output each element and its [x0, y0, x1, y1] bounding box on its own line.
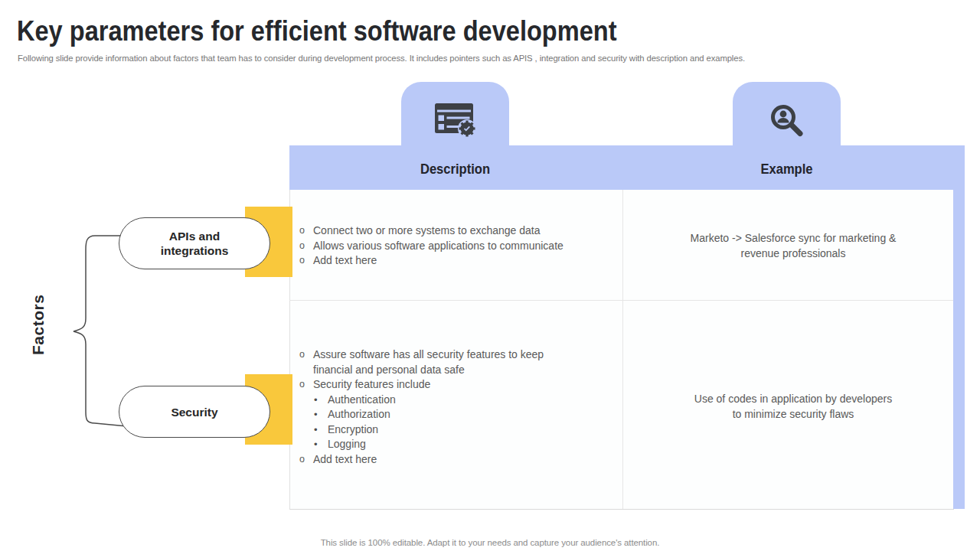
table-header-band: [289, 145, 965, 190]
example-cell-security: Use of codes in application by developer…: [640, 392, 946, 422]
description-cell-apis: o Connect two or more systems to exchang…: [298, 223, 613, 269]
magnifier-person-icon: [767, 102, 807, 145]
factors-group-label: Factors: [29, 286, 47, 363]
page-title: Key parameters for efficient software de…: [17, 15, 617, 47]
list-item: o Security features include: [298, 377, 613, 393]
column-header-example: Example: [733, 82, 841, 190]
circle-bullet-icon: o: [299, 377, 305, 393]
list-item: o Connect two or more systems to exchang…: [298, 223, 613, 239]
circle-bullet-icon: o: [299, 239, 305, 254]
column-header-description: Description: [401, 82, 509, 190]
sub-list-item: • Encryption: [312, 422, 613, 438]
list-item: o Add text here: [298, 452, 613, 468]
page-subtitle: Following slide provide information abou…: [18, 54, 745, 63]
list-item: o Add text here: [298, 253, 613, 269]
column-divider: [622, 190, 623, 509]
table-right-accent: [953, 190, 965, 509]
dot-bullet-icon: •: [314, 437, 318, 452]
list-item: o Allows various software applications t…: [298, 239, 613, 254]
factor-pill-security: Security: [119, 386, 270, 438]
sub-list-item: • Logging: [312, 437, 613, 452]
slide-canvas: Key parameters for efficient software de…: [0, 0, 980, 551]
factor-pill-apis: APIs and integrations: [119, 217, 270, 269]
circle-bullet-icon: o: [299, 347, 305, 363]
editable-note: This slide is 100% editable. Adapt it to…: [0, 538, 980, 547]
dot-bullet-icon: •: [314, 407, 318, 422]
list-item: o Assure software has all security featu…: [298, 347, 613, 377]
sub-list-item: • Authorization: [312, 407, 613, 422]
row-divider: [289, 300, 953, 301]
description-cell-security: o Assure software has all security featu…: [298, 347, 613, 467]
dot-bullet-icon: •: [314, 422, 318, 438]
column-header-label: Description: [406, 161, 505, 178]
checklist-gear-icon: [433, 102, 478, 141]
sub-list-item: • Authentication: [312, 393, 613, 408]
dot-bullet-icon: •: [314, 393, 318, 408]
circle-bullet-icon: o: [299, 253, 305, 269]
circle-bullet-icon: o: [299, 223, 305, 239]
column-header-label: Example: [737, 161, 837, 178]
example-cell-apis: Marketo -> Salesforce sync for marketing…: [640, 231, 946, 261]
circle-bullet-icon: o: [299, 452, 305, 468]
